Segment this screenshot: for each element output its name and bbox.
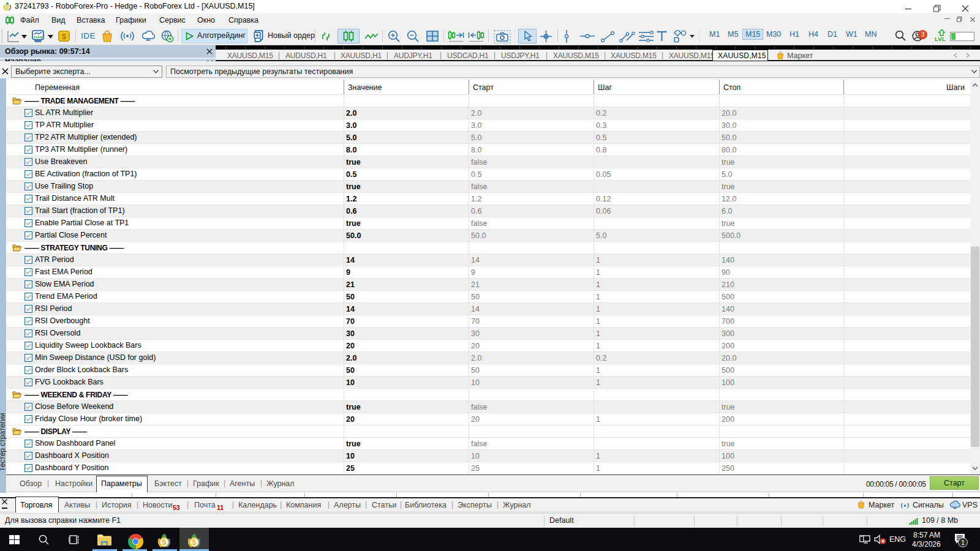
svg-text:$: $ [62, 32, 66, 41]
svg-text:5: 5 [6, 5, 9, 10]
svg-text:5: 5 [192, 538, 197, 547]
svg-text:5: 5 [162, 538, 167, 547]
